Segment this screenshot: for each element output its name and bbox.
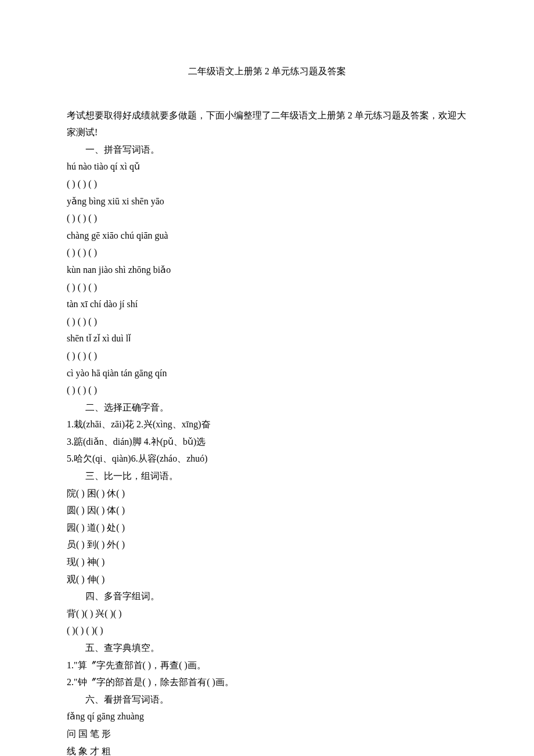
sections-container: 一、拼音写词语。hú nào tiào qí xì qǔ( ) ( ) ( )y…	[67, 141, 467, 756]
content-line: 2."钟〞字的部首是( )，除去部首有( )画。	[67, 674, 467, 691]
page-title: 二年级语文上册第 2 单元练习题及答案	[67, 63, 467, 80]
content-line: ( ) ( ) ( )	[67, 381, 467, 399]
content-line: 问 国 笔 形	[67, 725, 467, 743]
content-line: ( ) ( ) ( )	[67, 279, 467, 296]
content-line: tàn xī chí dào jí shí	[67, 296, 467, 313]
content-line: ( ) ( ) ( )	[67, 175, 467, 193]
content-line: ( )( ) ( )( )	[67, 622, 467, 639]
content-line: 1."算〞字先查部首( )，再查( )画。	[67, 657, 467, 674]
document-page: 二年级语文上册第 2 单元练习题及答案 考试想要取得好成绩就要多做题，下面小编整…	[0, 0, 534, 756]
section-heading: 五、查字典填空。	[67, 639, 467, 657]
content-line: 1.栽(zhāi、zāi)花 2.兴(xìng、xīng)奋	[67, 416, 467, 433]
section-heading: 四、多音字组词。	[67, 588, 467, 605]
content-line: 线 象 才 粗	[67, 743, 467, 756]
content-line: 5.哈欠(qi、qiàn)6.从容(zháo、zhuó)	[67, 450, 467, 467]
content-line: 园( ) 道( ) 处( )	[67, 519, 467, 537]
content-line: 现( ) 神( )	[67, 553, 467, 571]
content-line: fǎng qí gāng zhuàng	[67, 708, 467, 725]
content-line: ( ) ( ) ( )	[67, 347, 467, 365]
content-line: chàng gē xiāo chú qiān guà	[67, 227, 467, 244]
section-heading: 三、比一比，组词语。	[67, 467, 467, 485]
content-line: 圆( ) 因( ) 体( )	[67, 502, 467, 519]
content-line: ( ) ( ) ( )	[67, 244, 467, 261]
section-heading: 二、选择正确字音。	[67, 399, 467, 416]
content-line: kùn nan jiào shì zhōng biǎo	[67, 261, 467, 279]
content-line: ( ) ( ) ( )	[67, 210, 467, 227]
content-line: shēn tǐ zǐ xì duì lǐ	[67, 330, 467, 347]
content-line: 背( )( ) 兴( )( )	[67, 605, 467, 622]
section-heading: 一、拼音写词语。	[67, 141, 467, 159]
content-line: yǎng bìng xiū xi shēn yāo	[67, 193, 467, 210]
content-line: 观( ) 伸( )	[67, 571, 467, 588]
content-line: 院( ) 困( ) 休( )	[67, 485, 467, 502]
content-line: 3.踮(diǎn、dián)脚 4.补(pǔ、bǔ)选	[67, 433, 467, 451]
content-line: hú nào tiào qí xì qǔ	[67, 158, 467, 175]
intro-paragraph: 考试想要取得好成绩就要多做题，下面小编整理了二年级语文上册第 2 单元练习题及答…	[67, 107, 467, 141]
content-line: cì yào hā qiàn tán gāng qín	[67, 365, 467, 382]
section-heading: 六、看拼音写词语。	[67, 691, 467, 708]
content-line: 员( ) 到( ) 外( )	[67, 536, 467, 553]
content-line: ( ) ( ) ( )	[67, 313, 467, 330]
